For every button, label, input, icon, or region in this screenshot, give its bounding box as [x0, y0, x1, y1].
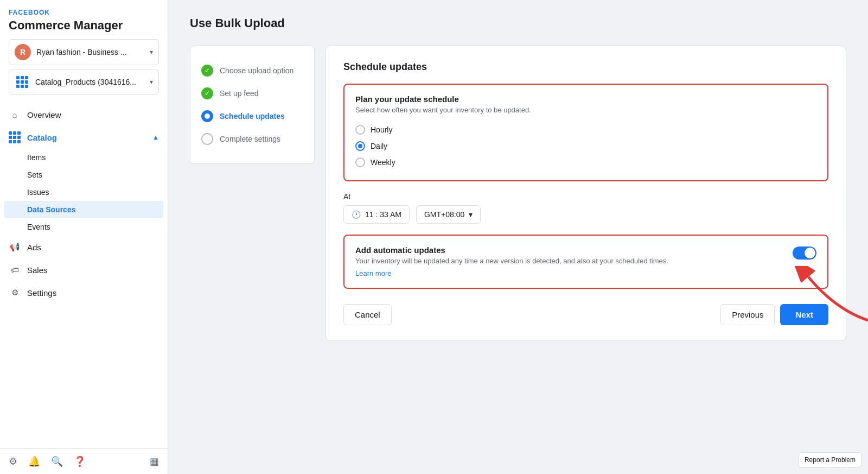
- step-complete-settings: Complete settings: [201, 128, 303, 150]
- plan-schedule-title: Plan your update schedule: [355, 94, 816, 104]
- radio-daily[interactable]: Daily: [355, 138, 816, 154]
- sidebar-item-events[interactable]: Events: [0, 218, 168, 236]
- time-input[interactable]: 🕐 11 : 33 AM: [343, 205, 410, 224]
- timezone-select[interactable]: GMT+08:00 ▾: [416, 205, 481, 224]
- app-title: Commerce Manager: [9, 18, 159, 33]
- right-buttons: Previous Next: [720, 304, 828, 325]
- step-label: Choose upload option: [220, 66, 293, 75]
- sidebar-header: FACEBOOK Commerce Manager R Ryan fashion…: [0, 0, 168, 99]
- plan-schedule-box: Plan your update schedule Select how oft…: [343, 84, 828, 181]
- auto-updates-box: Add automatic updates Your inventory wil…: [343, 235, 828, 289]
- question-icon[interactable]: ❓: [74, 456, 86, 467]
- table-icon[interactable]: ▦: [150, 456, 159, 467]
- account-name: Ryan fashion - Business ...: [36, 48, 144, 56]
- step-schedule-updates: Schedule updates: [201, 105, 303, 128]
- form-panel: Schedule updates Plan your update schedu…: [326, 46, 846, 341]
- sidebar-item-label: Overview: [27, 110, 61, 119]
- megaphone-icon: 📢: [9, 241, 21, 253]
- sidebar-item-ads[interactable]: 📢 Ads: [0, 236, 168, 258]
- chevron-up-icon: ▲: [152, 134, 159, 141]
- next-button[interactable]: Next: [780, 304, 828, 325]
- step-label: Schedule updates: [220, 112, 285, 121]
- time-row: 🕐 11 : 33 AM GMT+08:00 ▾: [343, 205, 828, 224]
- chevron-down-icon: ▾: [150, 48, 153, 56]
- sidebar-item-label: Catalog: [27, 133, 57, 142]
- sidebar-item-overview[interactable]: ⌂ Overview: [0, 103, 168, 126]
- bell-icon[interactable]: 🔔: [28, 456, 40, 467]
- gear-icon: ⚙: [9, 287, 21, 299]
- sidebar-footer: ⚙ 🔔 🔍 ❓ ▦: [0, 448, 168, 474]
- search-icon[interactable]: 🔍: [51, 456, 63, 467]
- chevron-down-icon: ▾: [469, 210, 473, 219]
- facebook-logo: FACEBOOK: [9, 9, 159, 16]
- sidebar-item-sales[interactable]: 🏷 Sales: [0, 258, 168, 281]
- action-row: Cancel Previous Next: [343, 304, 828, 325]
- step-check-icon: ✓: [201, 87, 213, 99]
- radio-circle-weekly: [355, 157, 365, 167]
- page-title: Use Bulk Upload: [190, 16, 846, 30]
- step-check-icon: ✓: [201, 65, 213, 77]
- radio-label-weekly: Weekly: [371, 158, 395, 167]
- auto-updates-text: Add automatic updates Your inventory wil…: [355, 245, 784, 278]
- tag-icon: 🏷: [9, 264, 21, 276]
- sidebar-item-settings[interactable]: ⚙ Settings: [0, 281, 168, 304]
- grid-catalog-icon: [15, 74, 30, 90]
- clock-icon: 🕐: [352, 210, 361, 219]
- radio-weekly[interactable]: Weekly: [355, 154, 816, 170]
- catalog-name: Catalog_Products (3041616...: [35, 78, 144, 86]
- sidebar-item-issues[interactable]: Issues: [0, 184, 168, 201]
- step-label: Set up feed: [220, 89, 259, 98]
- auto-updates-title: Add automatic updates: [355, 245, 784, 255]
- sidebar-item-catalog[interactable]: Catalog ▲: [0, 126, 168, 149]
- cancel-button[interactable]: Cancel: [343, 304, 392, 325]
- sidebar-item-label: Sales: [27, 266, 48, 275]
- step-set-up-feed: ✓ Set up feed: [201, 82, 303, 105]
- step-choose-upload: ✓ Choose upload option: [201, 59, 303, 82]
- learn-more-link[interactable]: Learn more: [355, 269, 391, 277]
- sidebar-nav: ⌂ Overview Catalog ▲ Items Sets Issues D…: [0, 99, 168, 448]
- sidebar-item-label: Settings: [27, 288, 56, 298]
- home-icon: ⌂: [9, 109, 21, 121]
- radio-label-hourly: Hourly: [371, 125, 392, 134]
- sidebar-item-sets[interactable]: Sets: [0, 166, 168, 184]
- sidebar-item-label: Ads: [27, 243, 41, 252]
- sidebar-item-data-sources[interactable]: Data Sources: [4, 201, 163, 218]
- step-inactive-icon: [201, 133, 213, 145]
- auto-updates-desc: Your inventory will be updated any time …: [355, 257, 784, 265]
- content-layout: ✓ Choose upload option ✓ Set up feed Sch…: [190, 46, 846, 341]
- steps-panel: ✓ Choose upload option ✓ Set up feed Sch…: [190, 46, 315, 164]
- avatar: R: [15, 44, 31, 60]
- step-active-icon: [201, 110, 213, 122]
- sidebar: FACEBOOK Commerce Manager R Ryan fashion…: [0, 0, 168, 474]
- grid-icon: [9, 131, 21, 143]
- account-selector[interactable]: R Ryan fashion - Business ... ▾: [9, 39, 159, 65]
- radio-hourly[interactable]: Hourly: [355, 122, 816, 138]
- settings-footer-icon[interactable]: ⚙: [9, 456, 17, 467]
- radio-circle-hourly: [355, 125, 365, 135]
- catalog-selector[interactable]: Catalog_Products (3041616... ▾: [9, 69, 159, 94]
- radio-circle-daily: [355, 141, 365, 151]
- radio-label-daily: Daily: [371, 142, 387, 150]
- chevron-down-icon: ▾: [150, 78, 153, 86]
- time-value: 11 : 33 AM: [365, 210, 401, 219]
- main-content: Use Bulk Upload ✓ Choose upload option ✓…: [168, 0, 868, 474]
- report-problem-button[interactable]: Report a Problem: [799, 452, 861, 467]
- timezone-value: GMT+08:00: [424, 210, 464, 219]
- plan-schedule-subtitle: Select how often you want your inventory…: [355, 106, 816, 114]
- sidebar-item-items[interactable]: Items: [0, 149, 168, 166]
- section-title: Schedule updates: [343, 61, 828, 73]
- at-label: At: [343, 192, 828, 201]
- step-label: Complete settings: [220, 135, 280, 143]
- auto-updates-toggle[interactable]: [793, 247, 816, 260]
- previous-button[interactable]: Previous: [720, 304, 775, 325]
